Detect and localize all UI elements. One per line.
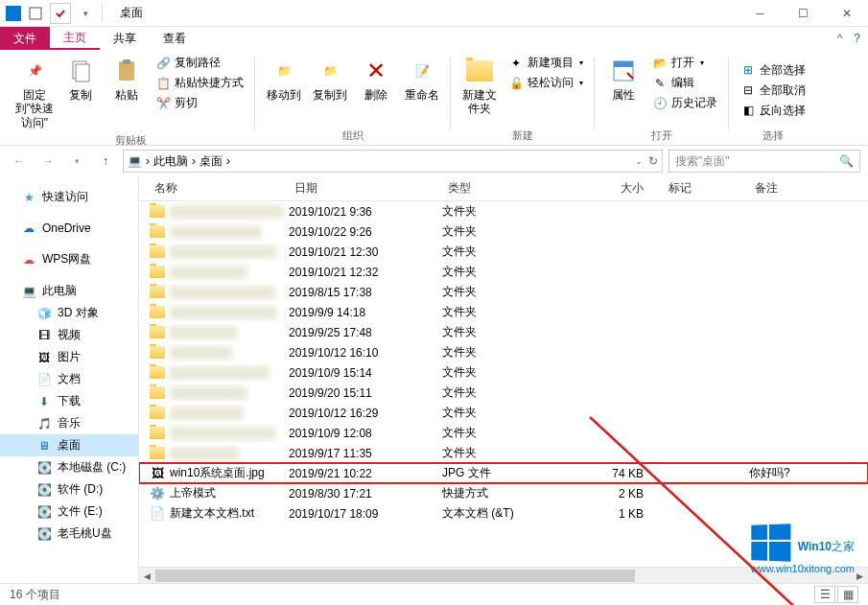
file-row[interactable]: 2019/10/12 16:29文件夹	[139, 403, 868, 423]
search-icon[interactable]: 🔍	[839, 154, 854, 168]
file-row[interactable]: 🖼win10系统桌面.jpg2019/9/21 10:22JPG 文件74 KB…	[139, 463, 868, 483]
file-row[interactable]: 2019/10/21 9:36文件夹	[139, 201, 868, 221]
nav-music[interactable]: 🎵音乐	[0, 412, 138, 434]
chevron-right-icon[interactable]: ›	[192, 154, 196, 168]
nav-disk-d[interactable]: 💽软件 (D:)	[0, 478, 138, 500]
file-row[interactable]: 2019/8/15 17:38文件夹	[139, 282, 868, 302]
file-row[interactable]: 2019/10/21 12:32文件夹	[139, 262, 868, 282]
tab-file[interactable]: 文件	[0, 27, 50, 50]
nav-disk-c[interactable]: 💽本地磁盘 (C:)	[0, 456, 138, 478]
file-row[interactable]: 2019/9/20 15:11文件夹	[139, 383, 868, 403]
back-button[interactable]: ←	[8, 150, 31, 173]
file-icon: ⚙️	[149, 485, 166, 502]
select-all-button[interactable]: ⊞全部选择	[737, 61, 809, 80]
search-input[interactable]: 搜索"桌面" 🔍	[669, 150, 860, 173]
paste-shortcut-button[interactable]: 📋粘贴快捷方式	[152, 74, 247, 92]
app-icon	[6, 6, 21, 21]
chevron-right-icon[interactable]: ›	[146, 154, 150, 168]
file-row[interactable]: 2019/10/9 15:14文件夹	[139, 362, 868, 383]
open-button[interactable]: 📂打开▾	[648, 54, 721, 72]
pc-icon: 💻	[128, 154, 142, 168]
close-button[interactable]: ✕	[825, 0, 868, 27]
nav-desktop[interactable]: 🖥桌面	[0, 434, 138, 456]
rename-button[interactable]: 📝重命名	[399, 54, 445, 127]
svg-rect-0	[30, 8, 41, 19]
file-row[interactable]: 2019/10/22 9:26文件夹	[139, 221, 868, 242]
details-view-button[interactable]: ☰	[814, 586, 835, 603]
column-headers: 名称 日期 类型 大小 标记 备注	[139, 176, 868, 201]
minimize-button[interactable]: ─	[739, 0, 782, 27]
up-button[interactable]: ↑	[94, 150, 117, 173]
breadcrumb-seg[interactable]: 此电脑	[153, 153, 188, 170]
qat-properties[interactable]	[50, 3, 71, 24]
maximize-button[interactable]: ☐	[782, 0, 825, 27]
col-name[interactable]: 名称	[149, 180, 289, 197]
nav-this-pc[interactable]: 💻此电脑	[0, 280, 138, 302]
file-icon: 🖼	[149, 465, 166, 482]
pin-button[interactable]: 📌固定到"快速访问"	[12, 54, 58, 131]
paste-button[interactable]: 粘贴	[104, 54, 150, 131]
file-row[interactable]: 2019/10/9 12:08文件夹	[139, 423, 868, 443]
file-row[interactable]: 2019/9/9 14:18文件夹	[139, 302, 868, 322]
select-none-button[interactable]: ⊟全部取消	[737, 81, 809, 100]
properties-button[interactable]: 属性	[600, 54, 646, 127]
nav-disk-usb[interactable]: 💽老毛桃U盘	[0, 523, 138, 545]
address-dropdown[interactable]: ⌄	[635, 156, 643, 166]
tab-share[interactable]: 共享	[100, 27, 150, 50]
delete-button[interactable]: ✕删除	[353, 54, 399, 127]
recent-dropdown[interactable]: ▾	[65, 150, 88, 173]
file-row[interactable]: 2019/9/25 17:48文件夹	[139, 322, 868, 342]
nav-downloads[interactable]: ⬇下载	[0, 390, 138, 412]
copy-to-button[interactable]: 📁复制到	[307, 54, 353, 127]
scroll-thumb[interactable]	[155, 570, 635, 582]
file-row[interactable]: ⚙️上帝模式2019/8/30 17:21快捷方式2 KB	[139, 483, 868, 503]
col-date[interactable]: 日期	[289, 180, 442, 197]
help-icon[interactable]: ?	[854, 32, 860, 45]
col-type[interactable]: 类型	[442, 180, 555, 197]
file-icon	[149, 203, 166, 221]
copy-path-button[interactable]: 🔗复制路径	[152, 54, 247, 72]
clipboard-group-label: 剪贴板	[115, 131, 147, 150]
nav-3d-objects[interactable]: 🧊3D 对象	[0, 302, 138, 324]
icons-view-button[interactable]: ▦	[837, 586, 858, 603]
col-tag[interactable]: 标记	[663, 180, 749, 197]
new-item-button[interactable]: ✦新建项目▾	[504, 54, 587, 72]
easy-access-button[interactable]: 🔓轻松访问▾	[504, 74, 587, 92]
refresh-button[interactable]: ↻	[648, 154, 658, 168]
file-row[interactable]: 📄新建文本文档.txt2019/10/17 18:09文本文档 (&T)1 KB	[139, 503, 868, 524]
tab-home[interactable]: 主页	[50, 27, 100, 50]
qat-dropdown[interactable]: ▾	[75, 3, 96, 24]
chevron-right-icon[interactable]: ›	[226, 154, 230, 168]
nav-pictures[interactable]: 🖼图片	[0, 346, 138, 368]
col-size[interactable]: 大小	[555, 180, 663, 197]
titlebar: ▾ 桌面 ─ ☐ ✕	[0, 0, 868, 27]
nav-videos[interactable]: 🎞视频	[0, 324, 138, 346]
nav-disk-e[interactable]: 💽文件 (E:)	[0, 500, 138, 523]
nav-documents[interactable]: 📄文档	[0, 368, 138, 390]
qat-save[interactable]	[25, 3, 46, 24]
move-to-button[interactable]: 📁移动到	[261, 54, 307, 127]
address-box[interactable]: 💻 › 此电脑 › 桌面 › ⌄ ↻	[123, 150, 663, 173]
file-list[interactable]: 2019/10/21 9:36文件夹2019/10/22 9:26文件夹2019…	[139, 201, 868, 567]
breadcrumb-seg[interactable]: 桌面	[199, 153, 223, 170]
nav-quick-access[interactable]: ★快速访问	[0, 186, 138, 208]
file-row[interactable]: 2019/9/17 11:35文件夹	[139, 443, 868, 463]
forward-button[interactable]: →	[36, 150, 59, 173]
scroll-left-icon[interactable]: ◀	[139, 568, 155, 584]
tab-view[interactable]: 查看	[150, 27, 199, 50]
copy-button[interactable]: 复制	[58, 54, 104, 131]
col-note[interactable]: 备注	[749, 180, 835, 197]
file-icon	[149, 324, 166, 341]
ribbon-tabs: 文件 主页 共享 查看 ^ ?	[0, 27, 868, 50]
history-button[interactable]: 🕘历史记录	[648, 94, 721, 112]
ribbon-collapse-icon[interactable]: ^	[837, 32, 843, 45]
new-folder-button[interactable]: 新建文件夹	[457, 54, 503, 127]
file-icon: 📄	[149, 505, 166, 523]
nav-onedrive[interactable]: ☁OneDrive	[0, 218, 138, 239]
file-row[interactable]: 2019/10/21 12:30文件夹	[139, 242, 868, 262]
nav-wps[interactable]: ☁WPS网盘	[0, 248, 138, 270]
invert-selection-button[interactable]: ◧反向选择	[737, 102, 809, 120]
edit-button[interactable]: ✎编辑	[648, 74, 721, 92]
cut-button[interactable]: ✂️剪切	[152, 94, 247, 112]
file-row[interactable]: 2019/10/12 16:10文件夹	[139, 342, 868, 362]
